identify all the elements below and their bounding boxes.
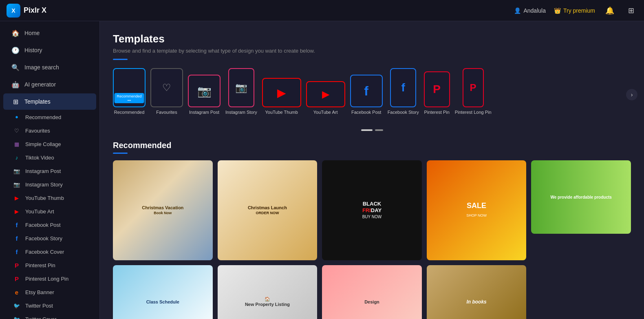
sidebar-item-twitter-cover[interactable]: 🐦 Twitter Cover — [7, 312, 96, 319]
sidebar-label-facebook-story: Facebook Story — [25, 235, 62, 241]
type-card-label-youtube-art: YouTube Art — [313, 110, 338, 115]
sidebar-item-favourites[interactable]: ♡ Favourites — [7, 124, 96, 137]
sidebar-item-etsy[interactable]: e Etsy Banner — [7, 286, 96, 299]
type-card-box-instagram-story: 📷 — [228, 68, 254, 107]
pinterest-long-large-icon: P — [470, 82, 476, 93]
collage-icon: ▦ — [13, 140, 20, 148]
sidebar-item-recommended[interactable]: • Recommended — [7, 111, 96, 124]
apps-button[interactable]: ⊞ — [624, 4, 637, 17]
youtube-icon: ▶ — [13, 194, 20, 202]
user-menu[interactable]: 👤 Andalula — [514, 7, 546, 14]
sidebar-item-pinterest-long[interactable]: P Pinterest Long Pin — [7, 272, 96, 285]
sidebar-item-templates[interactable]: ⊞ Templates — [3, 93, 96, 110]
type-card-youtube-thumb[interactable]: ▶ YouTube Thumb — [262, 78, 301, 115]
page-title: Templates — [113, 33, 631, 45]
templates-icon: ⊞ — [11, 97, 20, 106]
pinterest-long-icon: P — [13, 275, 20, 282]
type-card-favourites[interactable]: ♡ Favourites — [150, 68, 183, 115]
type-card-box-facebook-post: f — [350, 75, 383, 107]
template-card-bg-1: Christmas VacationBook Now — [113, 160, 213, 260]
sidebar-label-simple-collage: Simple Collage — [25, 141, 61, 147]
template-label-1: Christmas VacationBook Now — [142, 205, 183, 215]
template-card-7[interactable]: 🏠New Property Listing — [218, 265, 318, 319]
topnav-right: 👤 Andalula 👑 Try premium 🔔 ⊞ — [514, 4, 637, 17]
sidebar-item-facebook-post[interactable]: f Facebook Post — [7, 218, 96, 231]
template-card-bg-2: Christmas LaunchORDER NOW — [218, 160, 318, 260]
sidebar-item-instagram-post[interactable]: 📷 Instagram Post — [7, 164, 96, 177]
youtube-art-icon: ▶ — [13, 208, 20, 215]
type-card-label-facebook-post: Facebook Post — [351, 110, 381, 115]
heart-icon: ♡ — [13, 127, 20, 134]
sidebar-item-facebook-cover[interactable]: f Facebook Cover — [7, 245, 96, 258]
main-content: Templates Browse and find a template by … — [100, 21, 644, 319]
bell-button[interactable]: 🔔 — [603, 4, 616, 17]
type-card-instagram-post[interactable]: 📷 Instagram Post — [188, 75, 221, 115]
sidebar-label-ai: AI generator — [24, 81, 56, 88]
type-card-pinterest-pin[interactable]: P Pinterest Pin — [424, 71, 450, 115]
premium-button[interactable]: 👑 Try premium — [554, 7, 595, 14]
template-card-8[interactable]: Design — [322, 265, 422, 319]
facebook-cover-icon: f — [13, 248, 20, 255]
sidebar-item-pinterest-pin[interactable]: P Pinterest Pin — [7, 259, 96, 272]
sidebar-item-image-search[interactable]: 🔍 Image search — [3, 59, 96, 75]
template-card-9[interactable]: In books — [427, 265, 527, 319]
type-card-label-pinterest-long: Pinterest Long Pin — [455, 110, 492, 115]
sidebar-item-twitter-post[interactable]: 🐦 Twitter Post — [7, 299, 96, 312]
sidebar-label-home: Home — [24, 30, 40, 36]
template-card-bg-9: In books — [427, 265, 527, 319]
template-card-1[interactable]: Christmas VacationBook Now — [113, 160, 213, 260]
sidebar-item-simple-collage[interactable]: ▦ Simple Collage — [7, 137, 96, 151]
sidebar-item-youtube-art[interactable]: ▶ YouTube Art — [7, 205, 96, 218]
tiktok-icon: ♪ — [13, 154, 20, 161]
template-label-6: Class Schedule — [146, 299, 179, 304]
sidebar-label-recommended: Recommended — [25, 114, 61, 120]
type-card-instagram-story[interactable]: 📷 Instagram Story — [225, 68, 257, 115]
type-card-recommended[interactable]: Recommended ••• Recommended — [113, 68, 146, 115]
type-card-box-pinterest-long: P — [463, 68, 484, 107]
sidebar-label-etsy: Etsy Banner — [25, 289, 54, 295]
layout: 🏠 Home 🕐 History 🔍 Image search 🤖 AI gen… — [0, 21, 644, 319]
template-label-9: In books — [466, 299, 486, 305]
sidebar-label-templates: Templates — [24, 98, 51, 105]
sidebar-item-instagram-story[interactable]: 📷 Instagram Story — [7, 178, 96, 191]
facebook-story-icon: f — [13, 235, 20, 242]
twitter-icon: 🐦 — [13, 302, 20, 309]
sidebar-label-history: History — [24, 47, 42, 53]
sidebar-item-home[interactable]: 🏠 Home — [3, 25, 96, 41]
template-card-2[interactable]: Christmas LaunchORDER NOW — [218, 160, 318, 260]
template-card-3[interactable]: BLACKFRIDAYBUY NOW — [322, 160, 422, 260]
type-card-box-favourites: ♡ — [150, 68, 183, 107]
type-card-facebook-story[interactable]: f Facebook Story — [388, 68, 419, 115]
etsy-icon: e — [13, 288, 20, 296]
facebook-large-icon: f — [364, 84, 368, 99]
type-card-facebook-post[interactable]: f Facebook Post — [350, 75, 383, 115]
history-icon: 🕐 — [11, 46, 20, 54]
sidebar-item-facebook-story[interactable]: f Facebook Story — [7, 232, 96, 245]
sidebar-item-tiktok[interactable]: ♪ Tiktok Video — [7, 151, 96, 164]
type-card-box-pinterest-pin: P — [424, 71, 450, 107]
template-label-8: Design — [364, 299, 379, 304]
template-label-7: 🏠New Property Listing — [245, 297, 290, 307]
sidebar-item-ai-generator[interactable]: 🤖 AI generator — [3, 76, 96, 93]
crown-icon: 👑 — [554, 7, 561, 14]
title-underline — [113, 59, 128, 60]
app-logo: X Pixlr X — [7, 4, 509, 18]
template-card-bg-3: BLACKFRIDAYBUY NOW — [322, 160, 422, 260]
type-card-youtube-art[interactable]: ▶ YouTube Art — [306, 81, 345, 115]
sidebar: 🏠 Home 🕐 History 🔍 Image search 🤖 AI gen… — [0, 21, 100, 319]
template-label-5: We provide affordable products — [551, 195, 612, 199]
page-subtitle: Browse and find a template by selecting … — [113, 48, 631, 54]
twitter-cover-icon: 🐦 — [13, 315, 20, 319]
type-card-pinterest-long[interactable]: P Pinterest Long Pin — [455, 68, 492, 115]
template-card-4[interactable]: SALESHOP NOW — [427, 160, 527, 260]
template-card-6[interactable]: Class Schedule — [113, 265, 213, 319]
type-card-label-favourites: Favourites — [156, 110, 177, 115]
section-underline — [113, 153, 128, 154]
sidebar-label-facebook-post: Facebook Post — [25, 222, 61, 228]
template-card-5[interactable]: We provide affordable products — [531, 160, 631, 234]
template-label-2: Christmas LaunchORDER NOW — [248, 205, 287, 215]
template-card-bg-8: Design — [322, 265, 422, 319]
scroll-right-button[interactable]: › — [626, 89, 637, 100]
sidebar-item-history[interactable]: 🕐 History — [3, 42, 96, 58]
sidebar-item-youtube-thumb[interactable]: ▶ YouTube Thumb — [7, 191, 96, 204]
